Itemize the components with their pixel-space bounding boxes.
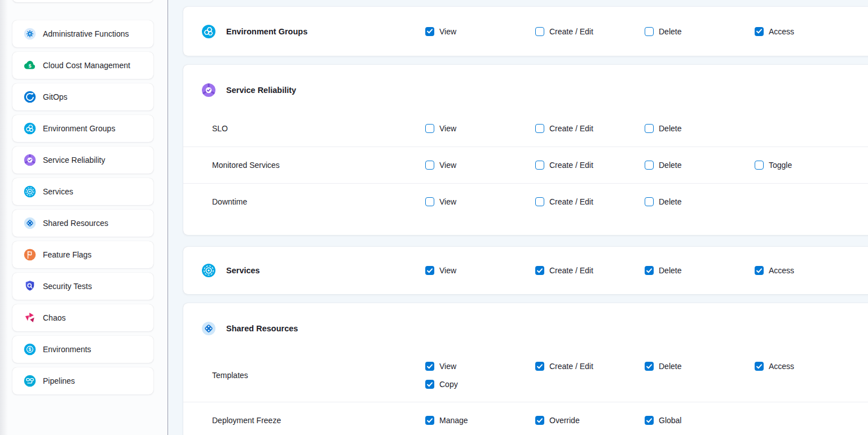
permission-label: Create / Edit bbox=[549, 161, 593, 170]
permission-row-templates: TemplatesViewCreate / EditDeleteAccessCo… bbox=[183, 348, 868, 402]
permission-view[interactable]: View bbox=[425, 362, 456, 371]
checkbox-checked[interactable] bbox=[645, 362, 654, 371]
permission-label: Create / Edit bbox=[549, 124, 593, 133]
feature-flags-icon bbox=[23, 248, 37, 261]
sidebar-item-partial[interactable] bbox=[12, 0, 153, 2]
permission-access[interactable]: Access bbox=[755, 27, 794, 36]
sidebar-item-label: GitOps bbox=[43, 92, 68, 101]
sidebar-item-label: Cloud Cost Management bbox=[43, 61, 130, 70]
sidebar-item-chaos[interactable]: Chaos bbox=[12, 304, 153, 331]
sidebar-item-security-tests[interactable]: Security Tests bbox=[12, 273, 153, 300]
checkbox-unchecked[interactable] bbox=[425, 197, 434, 206]
resource-sidebar: Administrative Functions$Cloud Cost Mana… bbox=[0, 0, 168, 435]
sidebar-item-feature-flags[interactable]: Feature Flags bbox=[12, 241, 153, 268]
permission-copy[interactable]: Copy bbox=[425, 380, 458, 389]
permission-label: Access bbox=[769, 27, 794, 36]
permission-access[interactable]: Access bbox=[755, 266, 794, 275]
checkbox-checked[interactable] bbox=[535, 416, 544, 425]
permission-delete[interactable]: Delete bbox=[645, 161, 681, 170]
permission-row-slo: SLOViewCreate / EditDelete bbox=[183, 110, 868, 147]
permission-create-edit[interactable]: Create / Edit bbox=[535, 266, 593, 275]
permission-label: Manage bbox=[439, 416, 468, 425]
sidebar-item-gitops[interactable]: GitOps bbox=[12, 83, 153, 110]
checkbox-checked[interactable] bbox=[425, 266, 434, 275]
permission-view[interactable]: View bbox=[425, 27, 456, 36]
checkbox-checked[interactable] bbox=[755, 266, 764, 275]
permission-view[interactable]: View bbox=[425, 124, 456, 133]
checkbox-checked[interactable] bbox=[755, 27, 764, 36]
permission-delete[interactable]: Delete bbox=[645, 27, 681, 36]
permission-access[interactable]: Access bbox=[755, 362, 794, 371]
permission-label: Delete bbox=[659, 362, 681, 371]
shared-resources-icon bbox=[201, 321, 217, 336]
permission-global[interactable]: Global bbox=[645, 416, 681, 425]
environments-icon: $ bbox=[23, 343, 37, 356]
checkbox-checked[interactable] bbox=[535, 362, 544, 371]
checkbox-unchecked[interactable] bbox=[535, 197, 544, 206]
sidebar-item-shared-resources[interactable]: Shared Resources bbox=[12, 210, 153, 237]
checkbox-unchecked[interactable] bbox=[535, 161, 544, 170]
gear-icon bbox=[23, 27, 37, 41]
section-title: Service Reliability bbox=[226, 86, 296, 95]
sidebar-item-label: Service Reliability bbox=[43, 156, 105, 165]
checkbox-checked[interactable] bbox=[645, 266, 654, 275]
permission-delete[interactable]: Delete bbox=[645, 362, 681, 371]
checkbox-checked[interactable] bbox=[425, 380, 434, 389]
row-label: Downtime bbox=[212, 197, 247, 206]
permission-create-edit[interactable]: Create / Edit bbox=[535, 161, 593, 170]
environment-groups-icon bbox=[201, 24, 217, 39]
checkbox-checked[interactable] bbox=[425, 362, 434, 371]
checkbox-unchecked[interactable] bbox=[645, 161, 654, 170]
checkbox-unchecked[interactable] bbox=[645, 197, 654, 206]
sidebar-item-services[interactable]: Services bbox=[12, 178, 153, 205]
environment-groups-icon bbox=[23, 122, 37, 135]
section-title: Environment Groups bbox=[226, 27, 307, 36]
checkbox-checked[interactable] bbox=[645, 416, 654, 425]
permission-override[interactable]: Override bbox=[535, 416, 580, 425]
checkbox-unchecked[interactable] bbox=[755, 161, 764, 170]
gitops-icon bbox=[23, 90, 37, 104]
permission-create-edit[interactable]: Create / Edit bbox=[535, 27, 593, 36]
checkbox-unchecked[interactable] bbox=[425, 161, 434, 170]
checkbox-unchecked[interactable] bbox=[535, 124, 544, 133]
sidebar-item-service-reliability[interactable]: Service Reliability bbox=[12, 147, 153, 174]
sidebar-item-environment-groups[interactable]: Environment Groups bbox=[12, 115, 153, 142]
permission-label: Access bbox=[769, 266, 794, 275]
permission-manage[interactable]: Manage bbox=[425, 416, 468, 425]
permission-view[interactable]: View bbox=[425, 266, 456, 275]
permission-delete[interactable]: Delete bbox=[645, 124, 681, 133]
checkbox-unchecked[interactable] bbox=[535, 27, 544, 36]
permission-view[interactable]: View bbox=[425, 161, 456, 170]
section-header: Service Reliability bbox=[183, 65, 868, 110]
permission-label: View bbox=[439, 197, 456, 206]
permission-toggle[interactable]: Toggle bbox=[755, 161, 792, 170]
section-header: Environment GroupsViewCreate / EditDelet… bbox=[183, 7, 868, 56]
checkbox-unchecked[interactable] bbox=[425, 124, 434, 133]
permission-view[interactable]: View bbox=[425, 197, 456, 206]
section-card-shared-resources: Shared ResourcesTemplatesViewCreate / Ed… bbox=[183, 303, 868, 435]
row-label: SLO bbox=[212, 124, 228, 133]
checkbox-unchecked[interactable] bbox=[645, 124, 654, 133]
checkbox-checked[interactable] bbox=[535, 266, 544, 275]
checkbox-unchecked[interactable] bbox=[645, 27, 654, 36]
permission-delete[interactable]: Delete bbox=[645, 266, 681, 275]
checkbox-checked[interactable] bbox=[755, 362, 764, 371]
sidebar-item-administrative-functions[interactable]: Administrative Functions bbox=[12, 20, 153, 47]
permission-label: Create / Edit bbox=[549, 27, 593, 36]
permission-row-monitored-services: Monitored ServicesViewCreate / EditDelet… bbox=[183, 147, 868, 183]
permission-create-edit[interactable]: Create / Edit bbox=[535, 362, 593, 371]
sidebar-item-label: Chaos bbox=[43, 313, 65, 322]
sidebar-item-environments[interactable]: $Environments bbox=[12, 336, 153, 363]
permission-label: Create / Edit bbox=[549, 266, 593, 275]
permission-create-edit[interactable]: Create / Edit bbox=[535, 197, 593, 206]
checkbox-checked[interactable] bbox=[425, 416, 434, 425]
permission-delete[interactable]: Delete bbox=[645, 197, 681, 206]
sidebar-item-pipelines[interactable]: Pipelines bbox=[12, 367, 153, 394]
sidebar-item-cloud-cost-management[interactable]: $Cloud Cost Management bbox=[12, 52, 153, 79]
permission-create-edit[interactable]: Create / Edit bbox=[535, 124, 593, 133]
permission-label: Create / Edit bbox=[549, 362, 593, 371]
permission-label: View bbox=[439, 161, 456, 170]
section-card-environment-groups: Environment GroupsViewCreate / EditDelet… bbox=[183, 7, 868, 56]
checkbox-checked[interactable] bbox=[425, 27, 434, 36]
permission-label: Create / Edit bbox=[549, 197, 593, 206]
